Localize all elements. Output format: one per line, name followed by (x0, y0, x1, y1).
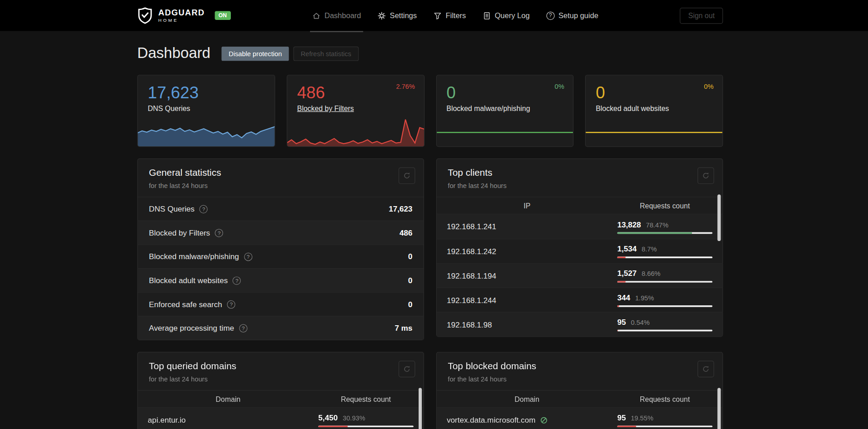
blocked-adult-value: 0 (596, 83, 712, 101)
refresh-statistics-button[interactable]: Refresh statistics (293, 46, 358, 61)
client-count: 1,534 (617, 244, 637, 253)
top-clients-subtitle: for the last 24 hours (448, 182, 711, 189)
blocked-malware-flatline (437, 132, 573, 133)
top-blocked-subtitle: for the last 24 hours (448, 375, 711, 383)
progress-bar (617, 281, 712, 283)
help-icon[interactable]: ? (215, 229, 223, 237)
client-percent: 8.66% (642, 270, 661, 278)
sign-out-button[interactable]: Sign out (680, 8, 723, 24)
dashboard-content: Dashboard Disable protection Refresh sta… (137, 45, 723, 429)
scrollbar-thumb[interactable] (717, 388, 720, 429)
refresh-icon (702, 172, 710, 179)
stat-row: Average processing time? 7 ms (138, 316, 424, 340)
top-clients-header: IP Requests count (437, 197, 722, 214)
blocked-malware-label: Blocked malware/phishing (447, 104, 563, 112)
blocked-adult-label: Blocked adult websites (596, 104, 712, 112)
dns-queries-label: DNS Queries (148, 104, 265, 112)
protection-status-badge: ON (215, 11, 230, 20)
brand-subname: HOME (158, 18, 205, 23)
progress-bar (617, 330, 712, 332)
column-header-ip: IP (437, 202, 617, 210)
stat-row-label: DNS Queries (149, 204, 195, 213)
refresh-card-button[interactable] (697, 361, 714, 377)
nav-item-filters[interactable]: Filters (434, 0, 466, 31)
dns-queries-card: 17,623 DNS Queries (137, 75, 275, 147)
question-circle-icon: ? (546, 11, 554, 19)
shield-check-icon (137, 7, 153, 24)
nav-item-setup-guide[interactable]: ? Setup guide (546, 0, 598, 31)
refresh-card-button[interactable] (399, 167, 415, 184)
help-icon[interactable]: ? (233, 276, 241, 284)
domain-row: api.entur.io 5,45030.93% (138, 408, 424, 429)
stat-row-label: Average processing time (149, 323, 234, 333)
help-icon[interactable]: ? (200, 205, 208, 213)
stat-row-value: 0 (408, 276, 413, 285)
stat-row-label: Blocked adult websites (149, 276, 228, 285)
client-ip[interactable]: 192.168.1.241 (437, 222, 617, 231)
general-statistics-subtitle: for the last 24 hours (149, 182, 412, 189)
help-icon[interactable]: ? (227, 300, 235, 308)
client-row: 192.168.1.194 1,5278.66% (437, 263, 722, 288)
nav-item-settings[interactable]: Settings (377, 0, 417, 31)
disable-protection-button[interactable]: Disable protection (221, 46, 289, 61)
blocked-by-filters-percent: 2.76% (396, 82, 415, 90)
refresh-icon (403, 365, 410, 373)
client-ip[interactable]: 192.168.1.244 (437, 296, 617, 305)
column-header-domain: Domain (138, 395, 319, 403)
stat-row-value: 0 (408, 252, 413, 261)
blocked-by-filters-card: 2.76% 486 Blocked by Filters (286, 75, 424, 147)
client-row: 192.168.1.98 950.54% (437, 312, 722, 337)
client-ip[interactable]: 192.168.1.194 (437, 271, 617, 280)
blocked-malware-percent: 0% (555, 82, 564, 90)
top-blocked-domains-card: Top blocked domains for the last 24 hour… (436, 352, 723, 429)
client-count: 13,828 (617, 220, 641, 229)
blocked-by-filters-link[interactable]: Blocked by Filters (297, 104, 414, 112)
client-ip[interactable]: 192.168.1.242 (437, 247, 617, 256)
help-icon[interactable]: ? (239, 324, 247, 332)
nav-label: Dashboard (324, 11, 361, 19)
client-percent: 1.95% (635, 294, 654, 302)
refresh-card-button[interactable] (697, 167, 714, 184)
adguard-home-logo[interactable]: ADGUARD HOME ON (137, 7, 230, 24)
nav-item-query-log[interactable]: Query Log (482, 0, 529, 31)
refresh-card-button[interactable] (399, 361, 415, 377)
gear-icon (377, 11, 386, 19)
top-blocked-header: Domain Requests count (437, 390, 722, 408)
scrollbar-thumb[interactable] (717, 194, 720, 241)
progress-bar (617, 256, 712, 258)
help-icon[interactable]: ? (244, 252, 252, 260)
progress-bar (617, 232, 712, 234)
refresh-icon (702, 365, 710, 373)
stat-row: DNS Queries? 17,623 (138, 197, 424, 221)
column-header-requests: Requests count (617, 395, 722, 403)
nav-item-dashboard[interactable]: Dashboard (312, 0, 361, 31)
domain-percent: 30.93% (343, 414, 365, 422)
stat-row-label: Blocked by Filters (149, 228, 210, 237)
blocked-domain[interactable]: vortex.data.microsoft.com (447, 415, 535, 424)
scrollbar-thumb[interactable] (419, 388, 422, 429)
nav-label: Filters (446, 11, 466, 19)
blocked-adult-percent: 0% (704, 82, 714, 90)
domain-count: 5,450 (318, 413, 338, 422)
navbar: ADGUARD HOME ON Dashboard Se (0, 0, 868, 31)
general-statistics-card: General statistics for the last 24 hours… (137, 159, 424, 340)
dns-queries-value: 17,623 (148, 83, 265, 101)
queried-domain[interactable]: api.entur.io (138, 415, 319, 424)
progress-bar (617, 425, 712, 427)
nav-label: Settings (390, 11, 417, 19)
client-ip[interactable]: 192.168.1.98 (437, 320, 617, 329)
stat-row-label: Enforced safe search (149, 300, 222, 309)
blocked-adult-card: 0% 0 Blocked adult websites (585, 75, 723, 147)
brand-name: ADGUARD (158, 8, 205, 16)
client-count: 344 (617, 293, 630, 302)
domain-row: vortex.data.microsoft.com 9519.55% (437, 408, 722, 429)
client-row: 192.168.1.242 1,5348.7% (437, 239, 722, 263)
refresh-icon (403, 172, 410, 179)
top-blocked-rows: vortex.data.microsoft.com 9519.55% (437, 408, 722, 429)
general-statistics-rows: DNS Queries? 17,623 Blocked by Filters? … (138, 197, 424, 340)
client-percent: 0.54% (631, 318, 650, 326)
client-count: 1,527 (617, 269, 637, 278)
top-clients-card: Top clients for the last 24 hours IP Req… (436, 159, 723, 337)
top-clients-title: Top clients (448, 167, 711, 178)
top-queried-title: Top queried domains (149, 361, 412, 371)
